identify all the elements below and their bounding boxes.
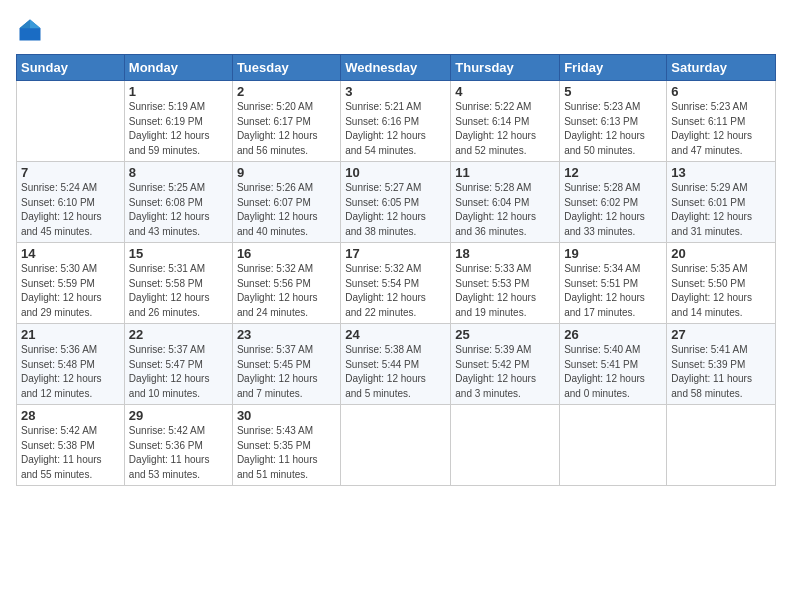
day-cell: 7Sunrise: 5:24 AM Sunset: 6:10 PM Daylig… bbox=[17, 162, 125, 243]
day-number: 29 bbox=[129, 408, 228, 423]
weekday-header-row: SundayMondayTuesdayWednesdayThursdayFrid… bbox=[17, 55, 776, 81]
page: SundayMondayTuesdayWednesdayThursdayFrid… bbox=[0, 0, 792, 612]
day-info: Sunrise: 5:28 AM Sunset: 6:02 PM Dayligh… bbox=[564, 181, 662, 239]
day-number: 24 bbox=[345, 327, 446, 342]
day-info: Sunrise: 5:40 AM Sunset: 5:41 PM Dayligh… bbox=[564, 343, 662, 401]
day-cell bbox=[451, 405, 560, 486]
day-cell: 23Sunrise: 5:37 AM Sunset: 5:45 PM Dayli… bbox=[232, 324, 340, 405]
day-info: Sunrise: 5:29 AM Sunset: 6:01 PM Dayligh… bbox=[671, 181, 771, 239]
day-cell: 26Sunrise: 5:40 AM Sunset: 5:41 PM Dayli… bbox=[560, 324, 667, 405]
day-info: Sunrise: 5:32 AM Sunset: 5:56 PM Dayligh… bbox=[237, 262, 336, 320]
week-row-5: 28Sunrise: 5:42 AM Sunset: 5:38 PM Dayli… bbox=[17, 405, 776, 486]
day-cell: 9Sunrise: 5:26 AM Sunset: 6:07 PM Daylig… bbox=[232, 162, 340, 243]
day-cell: 13Sunrise: 5:29 AM Sunset: 6:01 PM Dayli… bbox=[667, 162, 776, 243]
day-number: 10 bbox=[345, 165, 446, 180]
day-cell bbox=[560, 405, 667, 486]
day-cell: 28Sunrise: 5:42 AM Sunset: 5:38 PM Dayli… bbox=[17, 405, 125, 486]
day-number: 19 bbox=[564, 246, 662, 261]
day-number: 15 bbox=[129, 246, 228, 261]
day-number: 14 bbox=[21, 246, 120, 261]
day-cell: 30Sunrise: 5:43 AM Sunset: 5:35 PM Dayli… bbox=[232, 405, 340, 486]
day-number: 1 bbox=[129, 84, 228, 99]
day-number: 9 bbox=[237, 165, 336, 180]
day-cell: 3Sunrise: 5:21 AM Sunset: 6:16 PM Daylig… bbox=[341, 81, 451, 162]
day-cell: 11Sunrise: 5:28 AM Sunset: 6:04 PM Dayli… bbox=[451, 162, 560, 243]
day-number: 5 bbox=[564, 84, 662, 99]
day-cell: 21Sunrise: 5:36 AM Sunset: 5:48 PM Dayli… bbox=[17, 324, 125, 405]
day-cell: 14Sunrise: 5:30 AM Sunset: 5:59 PM Dayli… bbox=[17, 243, 125, 324]
day-number: 6 bbox=[671, 84, 771, 99]
day-number: 3 bbox=[345, 84, 446, 99]
day-number: 2 bbox=[237, 84, 336, 99]
day-number: 30 bbox=[237, 408, 336, 423]
day-cell: 27Sunrise: 5:41 AM Sunset: 5:39 PM Dayli… bbox=[667, 324, 776, 405]
svg-marker-1 bbox=[30, 20, 41, 29]
svg-marker-2 bbox=[20, 20, 31, 29]
day-number: 26 bbox=[564, 327, 662, 342]
day-info: Sunrise: 5:34 AM Sunset: 5:51 PM Dayligh… bbox=[564, 262, 662, 320]
day-info: Sunrise: 5:26 AM Sunset: 6:07 PM Dayligh… bbox=[237, 181, 336, 239]
day-cell: 8Sunrise: 5:25 AM Sunset: 6:08 PM Daylig… bbox=[124, 162, 232, 243]
logo-icon bbox=[16, 16, 44, 44]
day-info: Sunrise: 5:19 AM Sunset: 6:19 PM Dayligh… bbox=[129, 100, 228, 158]
day-cell: 5Sunrise: 5:23 AM Sunset: 6:13 PM Daylig… bbox=[560, 81, 667, 162]
day-number: 16 bbox=[237, 246, 336, 261]
day-info: Sunrise: 5:35 AM Sunset: 5:50 PM Dayligh… bbox=[671, 262, 771, 320]
day-number: 12 bbox=[564, 165, 662, 180]
day-info: Sunrise: 5:37 AM Sunset: 5:45 PM Dayligh… bbox=[237, 343, 336, 401]
day-number: 27 bbox=[671, 327, 771, 342]
day-cell bbox=[341, 405, 451, 486]
day-info: Sunrise: 5:22 AM Sunset: 6:14 PM Dayligh… bbox=[455, 100, 555, 158]
weekday-header-saturday: Saturday bbox=[667, 55, 776, 81]
day-number: 11 bbox=[455, 165, 555, 180]
day-info: Sunrise: 5:42 AM Sunset: 5:36 PM Dayligh… bbox=[129, 424, 228, 482]
day-number: 18 bbox=[455, 246, 555, 261]
calendar: SundayMondayTuesdayWednesdayThursdayFrid… bbox=[16, 54, 776, 486]
day-number: 4 bbox=[455, 84, 555, 99]
weekday-header-thursday: Thursday bbox=[451, 55, 560, 81]
day-info: Sunrise: 5:27 AM Sunset: 6:05 PM Dayligh… bbox=[345, 181, 446, 239]
day-cell bbox=[667, 405, 776, 486]
weekday-header-wednesday: Wednesday bbox=[341, 55, 451, 81]
day-info: Sunrise: 5:39 AM Sunset: 5:42 PM Dayligh… bbox=[455, 343, 555, 401]
day-info: Sunrise: 5:23 AM Sunset: 6:13 PM Dayligh… bbox=[564, 100, 662, 158]
day-cell: 2Sunrise: 5:20 AM Sunset: 6:17 PM Daylig… bbox=[232, 81, 340, 162]
day-info: Sunrise: 5:32 AM Sunset: 5:54 PM Dayligh… bbox=[345, 262, 446, 320]
day-info: Sunrise: 5:41 AM Sunset: 5:39 PM Dayligh… bbox=[671, 343, 771, 401]
week-row-3: 14Sunrise: 5:30 AM Sunset: 5:59 PM Dayli… bbox=[17, 243, 776, 324]
day-number: 13 bbox=[671, 165, 771, 180]
day-info: Sunrise: 5:28 AM Sunset: 6:04 PM Dayligh… bbox=[455, 181, 555, 239]
day-number: 22 bbox=[129, 327, 228, 342]
weekday-header-sunday: Sunday bbox=[17, 55, 125, 81]
day-info: Sunrise: 5:25 AM Sunset: 6:08 PM Dayligh… bbox=[129, 181, 228, 239]
day-cell: 10Sunrise: 5:27 AM Sunset: 6:05 PM Dayli… bbox=[341, 162, 451, 243]
day-info: Sunrise: 5:31 AM Sunset: 5:58 PM Dayligh… bbox=[129, 262, 228, 320]
day-info: Sunrise: 5:24 AM Sunset: 6:10 PM Dayligh… bbox=[21, 181, 120, 239]
day-cell: 18Sunrise: 5:33 AM Sunset: 5:53 PM Dayli… bbox=[451, 243, 560, 324]
day-info: Sunrise: 5:42 AM Sunset: 5:38 PM Dayligh… bbox=[21, 424, 120, 482]
day-number: 23 bbox=[237, 327, 336, 342]
day-cell: 20Sunrise: 5:35 AM Sunset: 5:50 PM Dayli… bbox=[667, 243, 776, 324]
day-cell: 4Sunrise: 5:22 AM Sunset: 6:14 PM Daylig… bbox=[451, 81, 560, 162]
day-info: Sunrise: 5:37 AM Sunset: 5:47 PM Dayligh… bbox=[129, 343, 228, 401]
day-number: 21 bbox=[21, 327, 120, 342]
day-number: 25 bbox=[455, 327, 555, 342]
day-info: Sunrise: 5:20 AM Sunset: 6:17 PM Dayligh… bbox=[237, 100, 336, 158]
week-row-1: 1Sunrise: 5:19 AM Sunset: 6:19 PM Daylig… bbox=[17, 81, 776, 162]
day-info: Sunrise: 5:38 AM Sunset: 5:44 PM Dayligh… bbox=[345, 343, 446, 401]
day-number: 7 bbox=[21, 165, 120, 180]
day-cell: 29Sunrise: 5:42 AM Sunset: 5:36 PM Dayli… bbox=[124, 405, 232, 486]
day-info: Sunrise: 5:36 AM Sunset: 5:48 PM Dayligh… bbox=[21, 343, 120, 401]
header bbox=[16, 16, 776, 44]
weekday-header-monday: Monday bbox=[124, 55, 232, 81]
day-cell: 6Sunrise: 5:23 AM Sunset: 6:11 PM Daylig… bbox=[667, 81, 776, 162]
day-info: Sunrise: 5:33 AM Sunset: 5:53 PM Dayligh… bbox=[455, 262, 555, 320]
day-cell: 15Sunrise: 5:31 AM Sunset: 5:58 PM Dayli… bbox=[124, 243, 232, 324]
day-number: 8 bbox=[129, 165, 228, 180]
day-cell: 19Sunrise: 5:34 AM Sunset: 5:51 PM Dayli… bbox=[560, 243, 667, 324]
weekday-header-tuesday: Tuesday bbox=[232, 55, 340, 81]
day-cell: 12Sunrise: 5:28 AM Sunset: 6:02 PM Dayli… bbox=[560, 162, 667, 243]
day-cell: 1Sunrise: 5:19 AM Sunset: 6:19 PM Daylig… bbox=[124, 81, 232, 162]
weekday-header-friday: Friday bbox=[560, 55, 667, 81]
day-cell: 25Sunrise: 5:39 AM Sunset: 5:42 PM Dayli… bbox=[451, 324, 560, 405]
